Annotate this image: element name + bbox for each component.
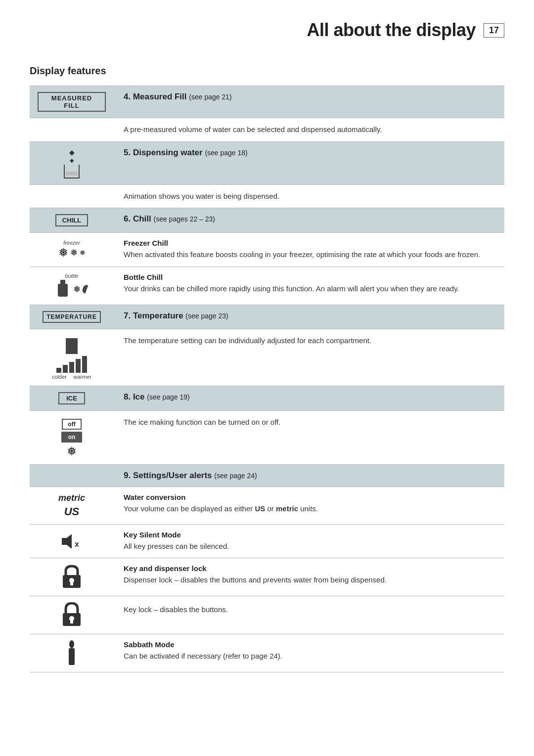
content-cell-ice-desc: The ice making function can be turned on… [114, 410, 504, 464]
table-row: freezer ❅ ❅ ❅ Freezer Chill When activat… [30, 233, 504, 267]
content-cell-temp-desc: The temperature setting can be individua… [114, 329, 504, 386]
icon-cell-measured-fill: MEASURED FILL [30, 86, 114, 118]
see-page: (see page 24) [214, 472, 257, 480]
page-header: All about the display 17 [30, 20, 504, 41]
table-row: x Key Silent Mode All key presses can be… [30, 524, 504, 558]
see-page: (see page 19) [147, 393, 189, 401]
see-page: (see page 18) [205, 149, 247, 157]
page-number: 17 [484, 23, 504, 38]
water-dispense-icon: ◆ ◆ [38, 148, 106, 178]
content-cell: A pre-measured volume of water can be se… [114, 118, 504, 142]
candle-group [38, 640, 106, 666]
icon-cell-freezer: freezer ❅ ❅ ❅ [30, 233, 114, 267]
colder-label: colder [52, 374, 67, 380]
table-row: 9. Settings/User alerts (see page 24) [30, 464, 504, 487]
temp-bar-5 [82, 356, 87, 373]
temp-bar-2 [63, 365, 68, 373]
content-cell-temperature: 7. Temperature (see page 23) [114, 305, 504, 329]
row-body: When activated this feature boosts cooli… [124, 249, 494, 261]
lock-dispenser-icon [61, 564, 83, 590]
svg-marker-0 [62, 534, 72, 549]
svg-text:x: x [75, 540, 79, 548]
icon-cell-ice-off-on: off on ❅ [30, 410, 114, 464]
ice-off-on-group: off on ❅ [38, 417, 106, 458]
svg-point-8 [69, 640, 74, 648]
row-body: Key lock – disables the buttons. [124, 604, 494, 616]
snowflake-icon-bottle: ❅ [73, 284, 81, 295]
temperature-bar-group: colder warmer [38, 338, 106, 380]
snowflake-icon-2: ❅ [70, 247, 78, 258]
icon-cell-empty [30, 118, 114, 142]
icon-cell-ice: ICE [30, 386, 114, 410]
snowflake-icon-3: ❅ [80, 249, 86, 257]
on-box: on [61, 432, 83, 443]
temperature-icon: TEMPERATURE [43, 311, 100, 323]
svg-rect-7 [70, 620, 73, 623]
table-row: Key and dispenser lock Dispenser lock – … [30, 558, 504, 596]
sub-title: Sabbath Mode [124, 640, 494, 649]
table-row: ICE 8. Ice (see page 19) [30, 386, 504, 410]
page-title: All about the display [307, 20, 476, 41]
see-page: (see page 21) [189, 93, 231, 101]
freezer-label: freezer [63, 240, 80, 246]
table-row: TEMPERATURE 7. Temperature (see page 23) [30, 305, 504, 329]
icon-cell-metric-us: metric US [30, 487, 114, 524]
icon-cell-speaker: x [30, 524, 114, 558]
sub-title: Key and dispenser lock [124, 564, 494, 573]
temp-bar-3 [69, 362, 74, 373]
content-cell: Animation shows you water is being dispe… [114, 184, 504, 208]
icon-cell-temp-bars: colder warmer [30, 329, 114, 386]
row-title: 5. Dispensing water (see page 18) [124, 148, 248, 157]
row-title: 6. Chill (see pages 22 – 23) [124, 214, 215, 223]
lock-dispenser-group [38, 564, 106, 590]
icon-cell-empty [30, 184, 114, 208]
see-page: (see pages 22 – 23) [153, 215, 215, 223]
chill-icon: CHILL [55, 214, 88, 226]
svg-rect-4 [70, 581, 73, 585]
row-body: Can be activated if necessary (refer to … [124, 651, 494, 662]
table-row: ◆ ◆ 5. Dispensing water (see page 18) [30, 141, 504, 184]
table-row: Animation shows you water is being dispe… [30, 184, 504, 208]
icon-cell-settings [30, 464, 114, 487]
row-body: All key presses can be silenced. [124, 541, 494, 552]
icon-cell-water: ◆ ◆ [30, 141, 114, 184]
temp-bars [56, 356, 87, 373]
sub-title: Freezer Chill [124, 239, 494, 247]
speaker-mute-icon: x [59, 531, 85, 552]
metric-us-group: metric US [38, 493, 106, 518]
row-title: 8. Ice (see page 19) [124, 392, 190, 401]
table-row: CHILL 6. Chill (see pages 22 – 23) [30, 208, 504, 233]
table-row: bottle ❅ Bot [30, 267, 504, 305]
table-row: A pre-measured volume of water can be se… [30, 118, 504, 142]
lock-key-icon [61, 602, 83, 628]
table-row: off on ❅ The ice making function can be … [30, 410, 504, 464]
row-body: Dispenser lock – disables the buttons an… [124, 575, 494, 586]
sub-title: Water conversion [124, 493, 494, 501]
bottle-label: bottle [65, 273, 79, 279]
row-body: The ice making function can be turned on… [124, 418, 280, 426]
colder-warmer-labels: colder warmer [52, 374, 91, 380]
content-cell-bottle-chill: Bottle Chill Your drinks can be chilled … [114, 267, 504, 305]
content-cell-lock-dispenser: Key and dispenser lock Dispenser lock – … [114, 558, 504, 596]
metric-label: metric [58, 493, 85, 503]
us-label: US [64, 505, 80, 518]
features-table: MEASURED FILL 4. Measured Fill (see page… [30, 86, 504, 672]
content-cell-water-conversion: Water conversion Your volume can be disp… [114, 487, 504, 524]
see-page: (see page 23) [185, 312, 228, 320]
icon-cell-temperature: TEMPERATURE [30, 305, 114, 329]
row-title: 7. Temperature (see page 23) [124, 311, 228, 320]
row-body: The temperature setting can be individua… [124, 336, 371, 345]
row-title: 4. Measured Fill (see page 21) [124, 92, 232, 101]
ice-icon: ICE [58, 392, 85, 404]
icon-cell-bottle: bottle ❅ [30, 267, 114, 305]
content-cell-chill: 6. Chill (see pages 22 – 23) [114, 208, 504, 233]
content-cell-freezer-chill: Freezer Chill When activated this featur… [114, 233, 504, 267]
speaker-mute-group: x [38, 531, 106, 552]
sub-title: Key Silent Mode [124, 531, 494, 539]
thermometer-body [66, 338, 78, 354]
lock-key-group [38, 602, 106, 628]
content-cell-settings: 9. Settings/User alerts (see page 24) [114, 464, 504, 487]
content-cell-ice: 8. Ice (see page 19) [114, 386, 504, 410]
content-cell-measured-fill: 4. Measured Fill (see page 21) [114, 86, 504, 118]
content-cell-key-silent: Key Silent Mode All key presses can be s… [114, 524, 504, 558]
